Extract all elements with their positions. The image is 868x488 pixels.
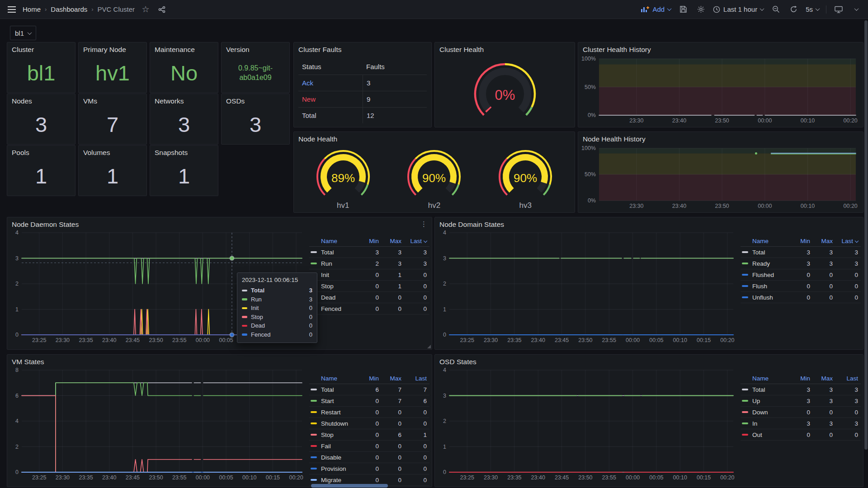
panel-node-domain-states: Node Domain States 4321023:2523:3023:352…	[434, 217, 863, 350]
tooltip-row: Run3	[242, 295, 312, 304]
vertical-scrollbar-thumb[interactable]	[864, 20, 868, 450]
panel-menu-icon[interactable]	[419, 220, 429, 228]
cluster-health-history-chart[interactable]: 100%50%0%23:3023:4023:5000:0000:1000:20	[581, 55, 860, 125]
panel-title: Cluster Health	[435, 42, 575, 56]
legend-row[interactable]: Total3 33	[741, 247, 861, 258]
svg-text:00:00: 00:00	[758, 203, 772, 209]
svg-text:00:15: 00:15	[697, 474, 711, 481]
svg-text:00:20: 00:20	[844, 117, 858, 124]
refresh-interval-picker[interactable]: 5s	[806, 3, 819, 16]
legend-row[interactable]: Start0 76	[309, 395, 429, 407]
panel-title: Node Daemon States	[7, 217, 432, 230]
series-color-swatch	[311, 400, 317, 402]
save-icon	[679, 5, 687, 13]
legend-row[interactable]: Down0 00	[741, 407, 861, 418]
legend-row[interactable]: Unflush0 00	[741, 292, 861, 303]
svg-text:4: 4	[443, 367, 446, 373]
panel-title: Pools	[7, 145, 75, 159]
series-color-swatch	[311, 434, 317, 436]
series-color-swatch	[311, 263, 317, 265]
panel-title: Cluster	[7, 42, 75, 56]
breadcrumb-separator: ›	[45, 6, 47, 13]
legend-row[interactable]: Disable0 00	[309, 452, 429, 463]
variable-dropdown-cluster[interactable]: bl1	[10, 26, 36, 40]
share-button[interactable]	[156, 3, 167, 16]
node-health-history-chart[interactable]: 100%50%0%23:3023:4023:5000:0000:1000:20	[581, 145, 860, 211]
svg-text:23:30: 23:30	[56, 474, 70, 481]
svg-text:23:55: 23:55	[602, 474, 616, 481]
svg-text:23:25: 23:25	[460, 337, 474, 343]
breadcrumb-current: PVC Cluster	[98, 5, 135, 13]
legend-row[interactable]: Out0 00	[741, 429, 861, 441]
svg-text:23:40: 23:40	[102, 337, 116, 343]
svg-text:23:40: 23:40	[102, 474, 116, 481]
legend-row[interactable]: Shutdown0 00	[309, 418, 429, 429]
legend-row[interactable]: Total3 33	[309, 247, 429, 258]
svg-text:23:35: 23:35	[507, 474, 521, 481]
legend-row[interactable]: Run2 33	[309, 258, 429, 269]
refresh-button[interactable]	[788, 3, 799, 16]
nav-more-button[interactable]	[851, 3, 862, 16]
panel-title: Node Health History	[578, 132, 863, 145]
panel-version: Version 0.9.85~git-ab0a1e09	[221, 42, 290, 93]
legend-row[interactable]: Up3 33	[741, 395, 861, 407]
save-dashboard-button[interactable]	[678, 3, 689, 16]
tooltip-row: Dead0	[242, 321, 312, 330]
legend-row[interactable]: Flush0 00	[741, 281, 861, 292]
zoom-out-button[interactable]	[770, 3, 781, 16]
legend-row[interactable]: Flushed0 00	[741, 269, 861, 281]
svg-text:4: 4	[443, 230, 446, 236]
dashboard-settings-button[interactable]	[695, 3, 706, 16]
vm-states-chart[interactable]: 8642023:2523:3023:3523:4023:4523:5023:55…	[10, 366, 307, 482]
add-button[interactable]: Add	[641, 3, 671, 16]
time-range-picker[interactable]: Last 1 hour	[713, 3, 764, 16]
node-domain-states-legend: Name MinMax Last Total3 33 Ready3 33 Flu…	[741, 235, 861, 303]
legend-row[interactable]: Fenced0 00	[309, 303, 429, 314]
svg-text:50%: 50%	[585, 84, 596, 90]
legend-row[interactable]: Init0 10	[309, 269, 429, 281]
node-domain-states-chart[interactable]: 4321023:2523:3023:3523:4023:4523:5023:55…	[438, 229, 738, 345]
horizontal-scrollbar-thumb[interactable]	[311, 484, 388, 488]
svg-text:4: 4	[15, 230, 19, 236]
series-color-swatch	[311, 422, 317, 425]
breadcrumb-home[interactable]: Home	[23, 5, 41, 13]
legend-row[interactable]: In3 33	[741, 418, 861, 429]
legend-header: Name MinMax Last	[741, 373, 861, 384]
gauge-hv1: 89%	[298, 145, 388, 203]
breadcrumb-dashboards[interactable]: Dashboards	[51, 5, 87, 13]
legend-row[interactable]: Total6 77	[309, 384, 429, 395]
table-row[interactable]: New 9	[298, 91, 427, 108]
table-row[interactable]: Total 12	[298, 108, 427, 123]
panel-title: Version	[222, 42, 289, 56]
menu-button[interactable]	[6, 3, 17, 16]
svg-text:23:25: 23:25	[32, 337, 46, 343]
svg-text:3: 3	[15, 255, 19, 262]
svg-text:00:05: 00:05	[649, 337, 663, 343]
svg-text:1: 1	[443, 306, 446, 313]
favorite-button[interactable]: ☆	[140, 3, 151, 16]
series-color-swatch	[311, 468, 317, 470]
osd-states-chart[interactable]: 4321023:2523:3023:3523:4023:4523:5023:55…	[438, 366, 738, 482]
svg-text:23:30: 23:30	[629, 203, 643, 209]
svg-text:89%: 89%	[331, 171, 355, 185]
svg-text:90%: 90%	[422, 171, 446, 185]
legend-row[interactable]: Restart0 00	[309, 407, 429, 418]
panel-resize-handle[interactable]	[427, 345, 431, 348]
share-icon	[158, 6, 165, 13]
table-row[interactable]: Ack 3	[298, 75, 427, 91]
legend-row[interactable]: Fail0 00	[309, 441, 429, 452]
stat-value-version: 0.9.85~git-ab0a1e09	[223, 55, 288, 91]
svg-text:23:30: 23:30	[484, 337, 498, 343]
legend-row[interactable]: Provision0 00	[309, 463, 429, 474]
legend-row[interactable]: Ready3 33	[741, 258, 861, 269]
node-health-gauge-hv3: 90% hv3	[480, 145, 571, 210]
legend-row[interactable]: Dead0 00	[309, 292, 429, 303]
legend-row[interactable]: Stop0 61	[309, 429, 429, 441]
gauge-label: hv3	[519, 201, 531, 210]
legend-row[interactable]: Stop0 10	[309, 281, 429, 292]
svg-text:23:40: 23:40	[672, 117, 686, 124]
kiosk-mode-button[interactable]	[833, 3, 844, 16]
stat-value-vms: 7	[80, 107, 145, 142]
legend-row[interactable]: Total3 33	[741, 384, 861, 395]
svg-text:1: 1	[443, 444, 446, 450]
